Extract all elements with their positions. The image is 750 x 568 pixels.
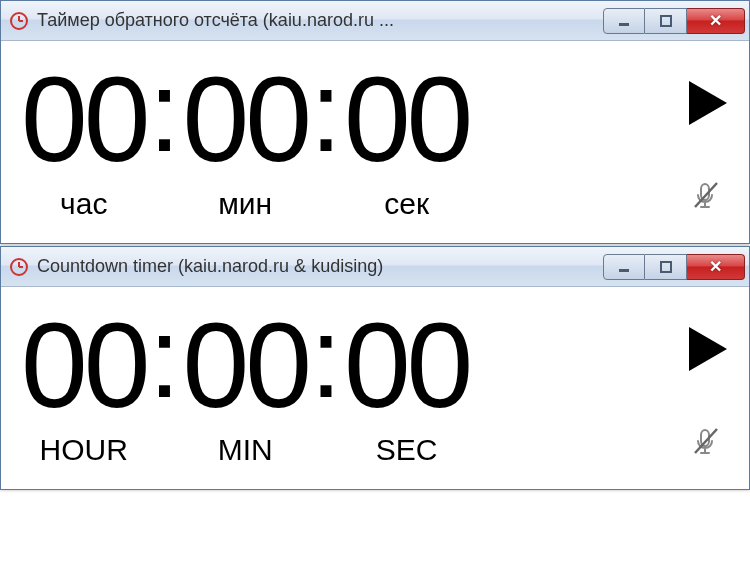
svg-rect-4	[661, 16, 671, 26]
svg-marker-5	[689, 81, 727, 125]
svg-marker-12	[689, 327, 727, 371]
app-window-1: Таймер обратного отсчёта (kaiu.narod.ru …	[0, 0, 750, 244]
minutes-label: мин	[218, 187, 272, 221]
close-button[interactable]: ✕	[687, 8, 745, 34]
titlebar[interactable]: Таймер обратного отсчёта (kaiu.narod.ru …	[1, 1, 749, 41]
time-display: 00 час : 00 мин : 00 сек	[21, 59, 657, 221]
seconds-label: сек	[384, 187, 429, 221]
side-controls	[687, 59, 729, 204]
hours-label: час	[60, 187, 107, 221]
seconds-group: 00 сек	[344, 59, 469, 221]
play-button[interactable]	[687, 325, 729, 377]
hours-group: 00 час	[21, 59, 146, 221]
minimize-button[interactable]	[603, 254, 645, 280]
side-controls	[687, 305, 729, 450]
minutes-label: MIN	[218, 433, 273, 467]
minutes-group: 00 мин	[182, 59, 307, 221]
window-title: Таймер обратного отсчёта (kaiu.narod.ru …	[37, 10, 603, 31]
app-window-2: Countdown timer (kaiu.narod.ru & kudisin…	[0, 246, 750, 490]
seconds-label: SEC	[376, 433, 438, 467]
minutes-value[interactable]: 00	[182, 305, 307, 425]
mute-icon[interactable]	[691, 181, 725, 215]
hours-value[interactable]: 00	[21, 59, 146, 179]
app-icon	[9, 11, 29, 31]
hours-value[interactable]: 00	[21, 305, 146, 425]
separator: :	[146, 300, 182, 415]
minutes-group: 00 MIN	[182, 305, 307, 467]
close-button[interactable]: ✕	[687, 254, 745, 280]
window-content: 00 HOUR : 00 MIN : 00 SEC	[1, 287, 749, 489]
window-controls: ✕	[603, 254, 745, 280]
seconds-value[interactable]: 00	[344, 59, 469, 179]
play-button[interactable]	[687, 79, 729, 131]
time-display: 00 HOUR : 00 MIN : 00 SEC	[21, 305, 657, 467]
window-controls: ✕	[603, 8, 745, 34]
svg-rect-10	[619, 269, 629, 272]
window-content: 00 час : 00 мин : 00 сек	[1, 41, 749, 243]
hours-label: HOUR	[40, 433, 128, 467]
separator: :	[308, 300, 344, 415]
maximize-button[interactable]	[645, 8, 687, 34]
window-title: Countdown timer (kaiu.narod.ru & kudisin…	[37, 256, 603, 277]
seconds-group: 00 SEC	[344, 305, 469, 467]
minutes-value[interactable]: 00	[182, 59, 307, 179]
minimize-button[interactable]	[603, 8, 645, 34]
titlebar[interactable]: Countdown timer (kaiu.narod.ru & kudisin…	[1, 247, 749, 287]
app-icon	[9, 257, 29, 277]
svg-rect-11	[661, 262, 671, 272]
mute-icon[interactable]	[691, 427, 725, 461]
seconds-value[interactable]: 00	[344, 305, 469, 425]
maximize-button[interactable]	[645, 254, 687, 280]
hours-group: 00 HOUR	[21, 305, 146, 467]
svg-rect-3	[619, 23, 629, 26]
separator: :	[146, 54, 182, 169]
separator: :	[308, 54, 344, 169]
